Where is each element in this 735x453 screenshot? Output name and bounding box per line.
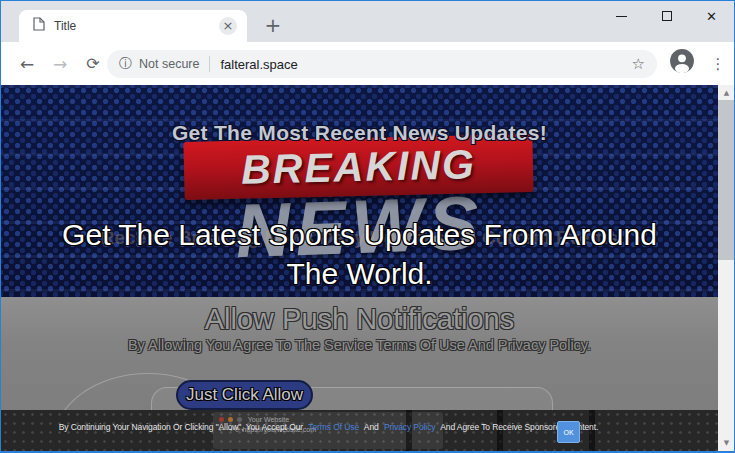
maximize-icon xyxy=(662,11,672,21)
scrollbar-thumb[interactable] xyxy=(718,100,735,260)
privacy-policy-link[interactable]: Privacy Policy xyxy=(384,422,436,432)
address-bar[interactable]: ⓘ Not secure falteral.space ☆ xyxy=(107,50,657,78)
just-click-allow-button[interactable]: Just Click Allow xyxy=(176,380,313,410)
close-window-button[interactable]: ✕ xyxy=(689,1,734,31)
back-button[interactable]: ← xyxy=(14,51,40,77)
consent-text-start: By Continuing Your Navigation Or Clickin… xyxy=(59,422,303,432)
webpage-content: Get The Most Recent News Updates! BREAKI… xyxy=(1,85,735,451)
window-controls: ✕ xyxy=(599,1,734,31)
url-text[interactable]: falteral.space xyxy=(220,57,631,72)
minimize-icon xyxy=(616,16,627,17)
headline-line-1: Get The Latest Sports Updates From Aroun… xyxy=(1,215,718,254)
security-label: Not secure xyxy=(139,57,199,71)
tab-title: Title xyxy=(54,19,219,33)
minimize-button[interactable] xyxy=(599,1,644,31)
page-favicon-icon xyxy=(33,17,45,35)
info-icon[interactable]: ⓘ xyxy=(119,55,132,73)
maximize-button[interactable] xyxy=(644,1,689,31)
profile-avatar[interactable] xyxy=(669,48,695,74)
breaking-banner-text: BREAKING xyxy=(241,141,477,193)
main-headline: Get The Latest Sports Updates From Aroun… xyxy=(1,215,718,293)
tab-strip: Title × + ✕ xyxy=(1,1,734,42)
headline-line-2: The World. xyxy=(1,254,718,293)
forward-button[interactable]: → xyxy=(47,51,73,77)
terms-of-use-link[interactable]: Terms Of Use xyxy=(308,422,359,432)
top-message: Get The Most Recent News Updates! xyxy=(1,121,718,145)
scroll-up-icon[interactable]: ▲ xyxy=(718,85,735,101)
address-bar-divider xyxy=(209,56,210,72)
new-tab-button[interactable]: + xyxy=(259,12,287,40)
bookmark-star-icon[interactable]: ☆ xyxy=(632,55,645,73)
scroll-down-icon[interactable]: ▼ xyxy=(718,435,735,451)
ok-button[interactable]: OK xyxy=(557,421,580,443)
browser-toolbar: ← → ⟳ ⓘ Not secure falteral.space ☆ ⋮ xyxy=(1,42,734,85)
refresh-button[interactable]: ⟳ xyxy=(80,51,106,77)
close-tab-icon[interactable]: × xyxy=(219,17,237,35)
push-prompt-subtitle: By Allowing You Agree To The Service Ter… xyxy=(1,337,718,353)
browser-menu-icon[interactable]: ⋮ xyxy=(707,51,729,77)
consent-bar: Your Website ← → ⟳ https://yourwebsite.c… xyxy=(1,410,735,451)
consent-text-and: And xyxy=(364,422,379,432)
browser-tab[interactable]: Title × xyxy=(19,10,247,42)
browser-window: Title × + ✕ ← → ⟳ ⓘ Not secure falteral.… xyxy=(0,0,735,453)
page-scrollbar[interactable]: ▲ ▼ xyxy=(718,85,735,451)
push-prompt-title: Allow Push Notifications xyxy=(1,303,718,336)
